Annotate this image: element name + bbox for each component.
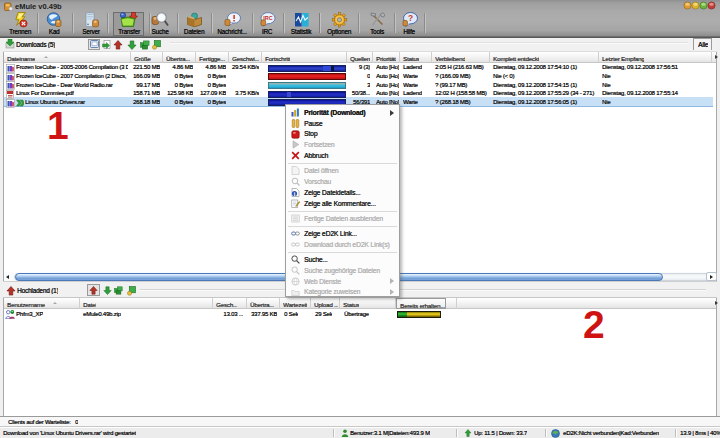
svg-text:?: ? — [408, 13, 413, 23]
